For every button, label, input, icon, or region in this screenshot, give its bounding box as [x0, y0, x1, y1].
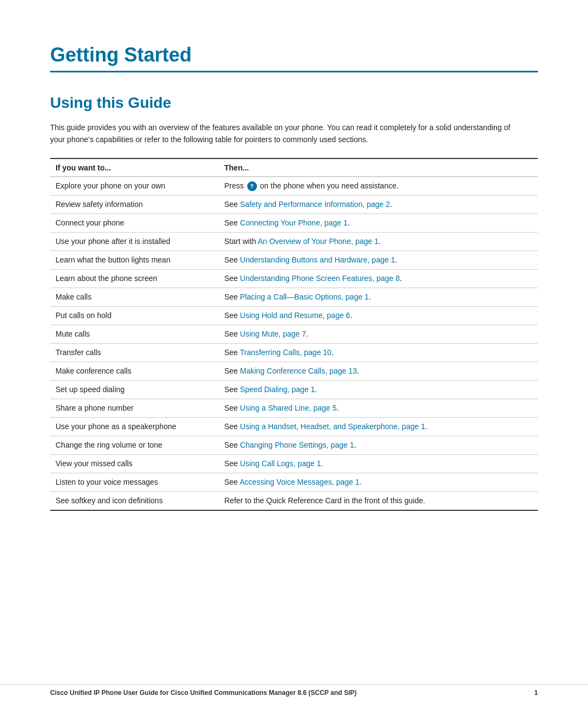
table-cell-then: See Understanding Buttons and Hardware, …: [219, 251, 538, 269]
table-cell-then: See Using Call Logs, page 1.: [219, 454, 538, 473]
table-row: View your missed callsSee Using Call Log…: [50, 454, 538, 473]
table-cell-then: See Using a Handset, Headset, and Speake…: [219, 417, 538, 436]
table-cell-then: Start with An Overview of Your Phone, pa…: [219, 232, 538, 251]
table-cell-if: Connect your phone: [50, 213, 219, 232]
section-title: Using this Guide: [50, 94, 538, 112]
table-link[interactable]: Placing a Call—Basic Options, page 1: [240, 292, 369, 301]
table-cell-if: Explore your phone on your own: [50, 176, 219, 195]
col-header-then: Then...: [219, 158, 538, 177]
table-link[interactable]: Speed Dialing, page 1: [240, 385, 315, 394]
page-footer: Cisco Unified IP Phone User Guide for Ci…: [0, 684, 588, 697]
table-cell-then: See Understanding Phone Screen Features,…: [219, 269, 538, 288]
table-cell-if: Put calls on hold: [50, 306, 219, 325]
table-link[interactable]: Using Mute, page 7: [240, 329, 306, 338]
footer-text: Cisco Unified IP Phone User Guide for Ci…: [50, 689, 357, 697]
page-container: Getting Started Using this Guide This gu…: [0, 0, 588, 714]
table-link[interactable]: Accessing Voice Messages, page 1: [240, 478, 359, 486]
table-link[interactable]: Connecting Your Phone, page 1: [240, 218, 348, 227]
table-row: Explore your phone on your ownPress ? on…: [50, 176, 538, 195]
chapter-rule: [50, 71, 538, 72]
table-link[interactable]: Transferring Calls, page 10: [240, 348, 332, 357]
table-link[interactable]: Understanding Buttons and Hardware, page…: [240, 255, 395, 264]
table-cell-if: Learn what the button lights mean: [50, 251, 219, 269]
table-cell-if: Learn about the phone screen: [50, 269, 219, 288]
table-link[interactable]: Using a Shared Line, page 5: [240, 404, 336, 412]
table-row: Listen to your voice messagesSee Accessi…: [50, 473, 538, 491]
table-header-row: If you want to... Then...: [50, 158, 538, 177]
table-link[interactable]: Safety and Performance Information, page…: [240, 200, 390, 209]
table-row: Transfer callsSee Transferring Calls, pa…: [50, 343, 538, 362]
table-link[interactable]: An Overview of Your Phone, page 1: [258, 237, 378, 246]
table-cell-then: See Safety and Performance Information, …: [219, 195, 538, 213]
table-row: Learn about the phone screenSee Understa…: [50, 269, 538, 288]
table-cell-if: Make calls: [50, 288, 219, 306]
table-cell-then: See Using a Shared Line, page 5.: [219, 399, 538, 417]
table-cell-if: Change the ring volume or tone: [50, 436, 219, 454]
table-cell-if: Make conference calls: [50, 362, 219, 380]
table-cell-then: See Changing Phone Settings, page 1.: [219, 436, 538, 454]
table-cell-if: Transfer calls: [50, 343, 219, 362]
table-cell-then: See Accessing Voice Messages, page 1.: [219, 473, 538, 491]
table-cell-if: Review safety information: [50, 195, 219, 213]
chapter-title: Getting Started: [50, 44, 538, 66]
table-row: Make callsSee Placing a Call—Basic Optio…: [50, 288, 538, 306]
guide-table: If you want to... Then... Explore your p…: [50, 158, 538, 511]
table-row: Change the ring volume or toneSee Changi…: [50, 436, 538, 454]
table-cell-if: Set up speed dialing: [50, 380, 219, 399]
table-cell-if: See softkey and icon definitions: [50, 491, 219, 510]
table-cell-then: See Connecting Your Phone, page 1.: [219, 213, 538, 232]
table-row: Set up speed dialingSee Speed Dialing, p…: [50, 380, 538, 399]
table-cell-then: See Using Mute, page 7.: [219, 325, 538, 343]
help-icon: ?: [247, 181, 257, 191]
table-link[interactable]: Understanding Phone Screen Features, pag…: [240, 274, 400, 283]
table-cell-then: See Using Hold and Resume, page 6.: [219, 306, 538, 325]
intro-paragraph: This guide provides you with an overview…: [50, 121, 524, 146]
table-row: Review safety informationSee Safety and …: [50, 195, 538, 213]
table-cell-then: See Placing a Call—Basic Options, page 1…: [219, 288, 538, 306]
table-cell-then: See Transferring Calls, page 10.: [219, 343, 538, 362]
footer-page-number: 1: [534, 689, 538, 697]
table-cell-then: Refer to the Quick Reference Card in the…: [219, 491, 538, 510]
table-row: Share a phone numberSee Using a Shared L…: [50, 399, 538, 417]
table-link[interactable]: Changing Phone Settings, page 1: [240, 441, 354, 449]
table-link[interactable]: Using Hold and Resume, page 6: [240, 311, 350, 320]
table-row: Make conference callsSee Making Conferen…: [50, 362, 538, 380]
table-row: Connect your phoneSee Connecting Your Ph…: [50, 213, 538, 232]
table-row: Put calls on holdSee Using Hold and Resu…: [50, 306, 538, 325]
table-cell-if: Listen to your voice messages: [50, 473, 219, 491]
table-cell-then: See Speed Dialing, page 1.: [219, 380, 538, 399]
table-row: Mute callsSee Using Mute, page 7.: [50, 325, 538, 343]
col-header-if: If you want to...: [50, 158, 219, 177]
table-link[interactable]: Using Call Logs, page 1: [240, 459, 321, 468]
table-cell-if: Use your phone after it is installed: [50, 232, 219, 251]
table-cell-if: Use your phone as a speakerphone: [50, 417, 219, 436]
table-link[interactable]: Using a Handset, Headset, and Speakerpho…: [240, 422, 425, 431]
table-cell-if: Mute calls: [50, 325, 219, 343]
table-cell-then: Press ? on the phone when you need assis…: [219, 176, 538, 195]
table-link[interactable]: Making Conference Calls, page 13: [240, 367, 357, 375]
table-row: Use your phone after it is installedStar…: [50, 232, 538, 251]
table-cell-if: Share a phone number: [50, 399, 219, 417]
table-row: See softkey and icon definitionsRefer to…: [50, 491, 538, 510]
table-row: Learn what the button lights meanSee Und…: [50, 251, 538, 269]
table-row: Use your phone as a speakerphoneSee Usin…: [50, 417, 538, 436]
table-cell-then: See Making Conference Calls, page 13.: [219, 362, 538, 380]
table-cell-if: View your missed calls: [50, 454, 219, 473]
